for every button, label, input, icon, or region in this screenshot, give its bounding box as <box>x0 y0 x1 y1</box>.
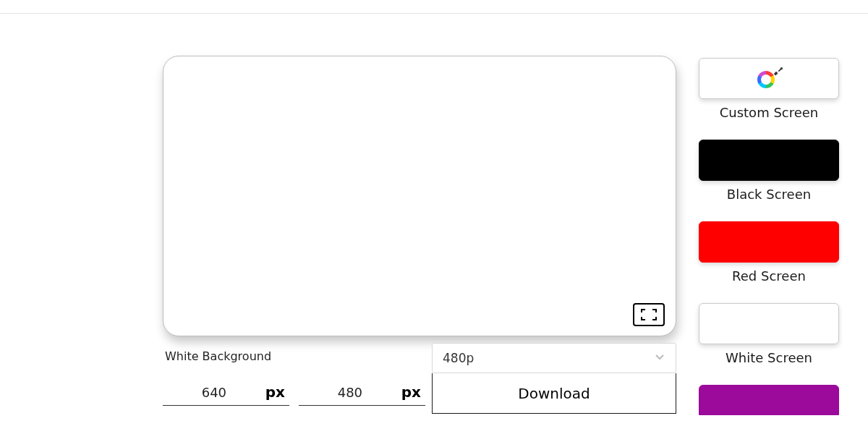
preset-black-swatch[interactable] <box>699 140 839 181</box>
download-label: Download <box>518 385 590 402</box>
svg-point-1 <box>780 67 783 69</box>
width-unit: px <box>265 383 289 401</box>
preset-custom: Custom Screen <box>699 58 839 120</box>
top-divider <box>0 13 868 14</box>
width-input-group: px <box>163 383 289 406</box>
screen-presets-sidebar: Custom Screen Black Screen Red Screen Wh… <box>699 58 839 434</box>
preset-red: Red Screen <box>699 221 839 284</box>
resolution-select[interactable]: 480p <box>432 343 676 373</box>
preset-label: Red Screen <box>699 268 839 284</box>
resolution-selected-value: 480p <box>443 351 474 365</box>
color-picker-icon <box>757 69 781 89</box>
width-input[interactable] <box>163 385 265 400</box>
preset-label: Custom Screen <box>699 105 839 120</box>
preset-label: Black Screen <box>699 187 839 202</box>
preset-purple-swatch[interactable] <box>699 385 839 415</box>
height-unit: px <box>401 383 425 401</box>
preset-purple: Purple Screen <box>699 385 839 415</box>
height-input[interactable] <box>299 385 401 400</box>
preview-label: White Background <box>165 349 271 363</box>
preset-custom-swatch[interactable] <box>699 58 839 99</box>
preset-red-swatch[interactable] <box>699 221 839 263</box>
download-button[interactable]: Download <box>432 373 676 414</box>
preview-canvas[interactable] <box>163 56 676 336</box>
preset-label: White Screen <box>699 350 839 365</box>
preset-black: Black Screen <box>699 140 839 202</box>
preset-white: White Screen <box>699 303 839 365</box>
height-input-group: px <box>299 383 425 406</box>
chevron-down-icon <box>654 351 665 365</box>
fullscreen-button[interactable] <box>633 303 665 326</box>
preset-white-swatch[interactable] <box>699 303 839 344</box>
fullscreen-icon <box>640 308 658 321</box>
